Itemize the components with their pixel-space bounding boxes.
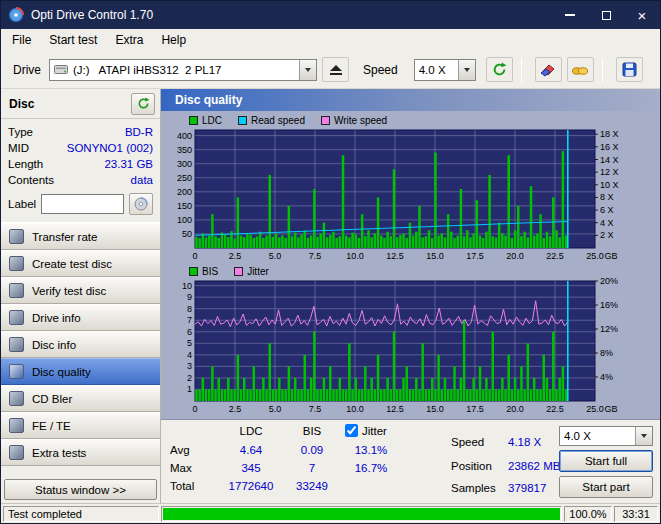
svg-text:0: 0 <box>192 251 197 261</box>
svg-text:2: 2 <box>187 373 192 383</box>
svg-text:3: 3 <box>187 361 192 371</box>
erase-disc-button[interactable] <box>535 57 562 82</box>
minimize-button[interactable] <box>552 1 588 29</box>
svg-text:9: 9 <box>187 292 192 302</box>
svg-text:17.5: 17.5 <box>466 404 484 414</box>
svg-text:12%: 12% <box>600 324 618 334</box>
menu-file[interactable]: File <box>3 30 40 50</box>
svg-text:4%: 4% <box>600 372 613 382</box>
svg-text:150: 150 <box>177 201 192 211</box>
eject-button[interactable] <box>322 57 349 82</box>
sidebar-item-fe-te[interactable]: FE / TE <box>1 412 160 439</box>
svg-text:12.5: 12.5 <box>386 251 404 261</box>
sidebar-item-drive-info[interactable]: Drive info <box>1 304 160 331</box>
ldc-total-value: 1772640 <box>221 480 281 492</box>
drive-label: Drive <box>13 63 41 77</box>
chart1-legend: LDC Read speed Write speed <box>161 114 660 127</box>
chevron-down-icon[interactable] <box>299 60 316 80</box>
sidebar-item-transfer-rate[interactable]: Transfer rate <box>1 223 160 250</box>
speed-select-value: 4.0 X <box>419 64 446 76</box>
menu-extra[interactable]: Extra <box>106 30 152 50</box>
progress-bar <box>161 506 562 522</box>
jitter-checkbox[interactable] <box>345 424 358 437</box>
test-speed-select[interactable]: 4.0 X <box>559 426 653 446</box>
maximize-button[interactable] <box>588 1 624 29</box>
svg-text:250: 250 <box>177 173 192 183</box>
svg-text:350: 350 <box>177 145 192 155</box>
sidebar-item-extra-tests[interactable]: Extra tests <box>1 439 160 466</box>
svg-text:14 X: 14 X <box>600 155 619 165</box>
test-speed-select-value: 4.0 X <box>564 430 591 442</box>
page-title: Disc quality <box>161 89 660 111</box>
save-results-button[interactable] <box>616 57 643 82</box>
chart-region: LDC Read speed Write speed 5010015020025… <box>161 111 660 419</box>
drive-icon <box>54 64 68 75</box>
refresh-icon <box>492 62 507 77</box>
status-window-button[interactable]: Status window >> <box>4 479 157 500</box>
support-button[interactable] <box>567 57 594 82</box>
svg-text:GB: GB <box>604 404 617 414</box>
chevron-down-icon[interactable] <box>635 427 652 445</box>
transfer-rate-icon <box>9 229 24 244</box>
toolbar: Drive (J:) ATAPI iHBS312 2 PL17 Speed 4.… <box>1 51 660 89</box>
fe-te-icon <box>9 418 24 433</box>
toolbar-separator <box>602 58 603 82</box>
titlebar: Opti Drive Control 1.70 × <box>1 1 660 29</box>
svg-text:16 X: 16 X <box>600 142 619 152</box>
sidebar: Disc Type BD-R MID SONYNO1 (002) Length … <box>1 89 161 503</box>
sidebar-item-verify-test-disc[interactable]: Verify test disc <box>1 277 160 304</box>
menu-help[interactable]: Help <box>152 30 195 50</box>
menu-start-test[interactable]: Start test <box>40 30 106 50</box>
svg-text:25.0: 25.0 <box>586 404 604 414</box>
chevron-down-icon[interactable] <box>458 60 475 80</box>
close-button[interactable]: × <box>624 1 660 29</box>
disc-panel-header: Disc <box>1 89 160 119</box>
bis-avg-value: 0.09 <box>287 444 337 456</box>
svg-text:10.0: 10.0 <box>346 251 364 261</box>
svg-text:50: 50 <box>182 229 192 239</box>
jitter-max-value: 16.7% <box>343 462 399 474</box>
svg-text:12 X: 12 X <box>600 167 619 177</box>
statusbar: Test completed 100.0% 33:31 <box>1 503 660 523</box>
svg-text:17.5: 17.5 <box>466 251 484 261</box>
bis-swatch <box>189 267 198 276</box>
svg-text:400: 400 <box>177 131 192 141</box>
refresh-disc-button[interactable] <box>131 93 155 115</box>
sidebar-item-create-test-disc[interactable]: Create test disc <box>1 250 160 277</box>
ldc-max-value: 345 <box>221 462 281 474</box>
start-full-button[interactable]: Start full <box>559 450 653 472</box>
speed-select[interactable]: 4.0 X <box>414 59 476 81</box>
stats-panel: LDC BIS Jitter Avg Max Total 4.64 345 17… <box>161 419 660 503</box>
refresh-speeds-button[interactable] <box>486 57 513 82</box>
status-text: Test completed <box>3 506 159 522</box>
jitter-toggle: Jitter <box>345 424 387 437</box>
svg-text:10.0: 10.0 <box>346 404 364 414</box>
sidebar-item-disc-quality[interactable]: Disc quality <box>1 358 160 385</box>
samples-stat-label: Samples <box>451 482 496 494</box>
svg-text:5: 5 <box>187 338 192 348</box>
svg-text:16%: 16% <box>600 300 618 310</box>
verify-test-disc-icon <box>9 283 24 298</box>
svg-text:200: 200 <box>177 187 192 197</box>
disc-panel-title: Disc <box>9 97 34 111</box>
jitter-avg-value: 13.1% <box>343 444 399 456</box>
avg-row-label: Avg <box>170 444 190 456</box>
svg-text:5.0: 5.0 <box>269 404 282 414</box>
total-row-label: Total <box>170 480 194 492</box>
ldc-avg-value: 4.64 <box>221 444 281 456</box>
read-speed-swatch <box>238 116 247 125</box>
disc-label-button[interactable] <box>129 193 153 215</box>
svg-text:18 X: 18 X <box>600 129 619 139</box>
drive-select[interactable]: (J:) ATAPI iHBS312 2 PL17 <box>49 59 317 81</box>
sidebar-item-cd-bler[interactable]: CD Bler <box>1 385 160 412</box>
svg-text:10: 10 <box>182 281 192 291</box>
svg-text:2.5: 2.5 <box>229 251 242 261</box>
main-panel: Disc quality LDC Read speed Write speed … <box>161 89 660 503</box>
sidebar-item-disc-info[interactable]: Disc info <box>1 331 160 358</box>
svg-text:22.5: 22.5 <box>546 251 564 261</box>
disc-label-input[interactable] <box>41 194 124 214</box>
svg-text:6: 6 <box>187 327 192 337</box>
start-part-button[interactable]: Start part <box>559 476 653 498</box>
svg-text:4 X: 4 X <box>600 218 614 228</box>
svg-text:20%: 20% <box>600 278 618 286</box>
